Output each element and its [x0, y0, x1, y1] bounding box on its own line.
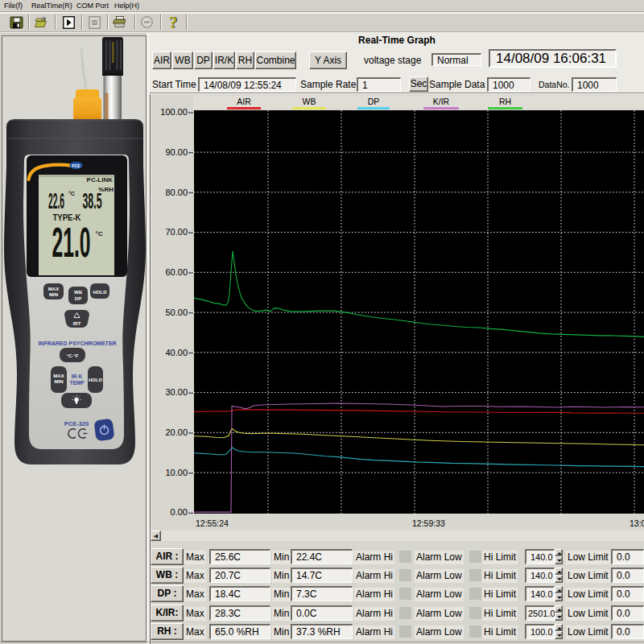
svg-text:MAX: MAX	[48, 287, 59, 291]
svg-text:°C: °C	[68, 191, 75, 196]
svg-text:HOLD: HOLD	[89, 378, 103, 382]
svg-text:PCE: PCE	[72, 163, 80, 168]
svg-text:INFRARED PSYCHROMETER: INFRARED PSYCHROMETER	[38, 341, 116, 346]
svg-text:°C: °C	[96, 230, 103, 237]
svg-text:°C·°F: °C·°F	[67, 353, 79, 358]
svg-text:HOLD: HOLD	[93, 290, 108, 295]
svg-text:PCE-320: PCE-320	[64, 420, 89, 427]
svg-text:21.0: 21.0	[52, 219, 91, 266]
svg-text:IRT: IRT	[73, 321, 81, 326]
svg-text:38.5: 38.5	[83, 188, 102, 213]
svg-text:PC-LINK: PC-LINK	[87, 176, 114, 184]
svg-text:IR·K: IR·K	[72, 374, 83, 379]
svg-text:22.6: 22.6	[48, 188, 64, 213]
svg-text:MIN: MIN	[49, 292, 58, 297]
svg-text:DP: DP	[75, 296, 81, 301]
svg-text:MIN: MIN	[55, 379, 64, 384]
svg-text:MAX: MAX	[53, 374, 64, 378]
svg-text:WB: WB	[74, 290, 83, 295]
svg-text:?: ?	[169, 13, 178, 32]
svg-text:TEMP: TEMP	[69, 380, 85, 386]
